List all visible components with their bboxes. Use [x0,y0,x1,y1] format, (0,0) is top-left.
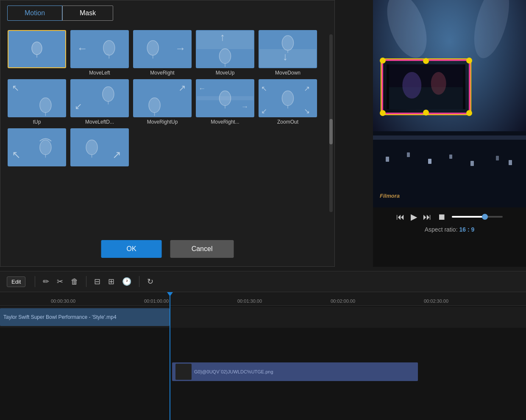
edit-pen-button[interactable]: ✏ [43,277,49,286]
timer-button[interactable]: 🕐 [122,277,131,286]
motion-thumb-moveleftup: ↖ [8,79,66,117]
tick-0130: 00:01:30.00 [237,298,262,304]
svg-text:↑: ↑ [220,31,225,43]
edit-label: Edit [7,276,25,287]
playhead[interactable] [170,292,170,420]
watermark-text: Filmora [380,193,400,199]
cancel-button[interactable]: Cancel [170,240,234,258]
motion-item-12[interactable]: ↗ [70,128,129,168]
overlay-track: G0}@0UQV`02)JUWLDC%UTGE.png [0,362,526,383]
scroll-thumb[interactable] [329,119,333,144]
motion-label-moverightup: MoveRightUp [147,119,178,125]
svg-point-9 [147,41,159,55]
svg-point-44 [282,91,293,106]
svg-rect-64 [496,156,499,160]
timeline-area: 00:00:30.00 00:01:00.00 00:01:30.00 00:0… [0,292,526,420]
svg-text:↙: ↙ [261,107,267,115]
svg-rect-63 [470,161,474,166]
grid-button[interactable]: ⊞ [108,277,114,286]
motion-thumb-moverightup: ↗ [133,79,192,117]
stop-button[interactable]: ⏹ [437,212,446,222]
track-spacer [0,328,526,362]
svg-rect-59 [386,157,389,162]
preview-video: Filmora [373,0,526,207]
svg-point-52 [86,140,97,155]
motion-item-moverightup[interactable]: ↗ MoveRightUp [133,79,192,125]
video-track: Taylor Swift Super Bowl Performance - 'S… [0,307,526,328]
motion-label-moveup: MoveUp [216,70,235,76]
delete-button[interactable]: 🗑 [71,277,78,286]
overlay-clip-label: G0}@0UQV`02)JUWLDC%UTGE.png [194,369,273,374]
svg-text:↖: ↖ [12,149,21,160]
preview-panel: Filmora ⏮ ▶ ⏭ ⏹ Aspect ratio: 16 : 9 [373,0,526,267]
tab-mask[interactable]: Mask [62,6,113,21]
motion-modal: Motion Mask ← [0,0,335,267]
motion-thumb-11: ↖ [8,128,66,166]
progress-fill [452,216,485,218]
crop-button[interactable]: ⊟ [94,277,100,286]
svg-text:↘: ↘ [304,107,310,115]
svg-rect-58 [373,135,526,140]
preview-controls: ⏮ ▶ ⏭ ⏹ [373,207,526,226]
motion-thumb-selected [8,30,66,68]
overlay-clip[interactable]: G0}@0UQV`02)JUWLDC%UTGE.png [172,362,418,381]
motion-item-moveright[interactable]: → MoveRight [133,30,192,76]
motion-label-zoomout: ZoomOut [277,119,298,125]
tab-motion[interactable]: Motion [7,6,62,21]
motion-item-selected[interactable] [7,30,67,76]
modal-actions: OK Cancel [101,240,234,258]
playhead-arrow [167,292,173,296]
svg-point-4 [103,41,115,55]
motion-item-zoomout[interactable]: ↖ ↗ ↙ ↘ ZoomOut [258,79,317,125]
motion-item-moveleft[interactable]: ← ~ MoveLeft [70,30,129,76]
toolbar-sep-2 [86,276,86,287]
step-forward-button[interactable]: ⏭ [423,212,431,222]
motion-label-moveright: MoveRight [150,70,174,76]
svg-text:↗: ↗ [304,84,310,93]
motion-thumb-moveleft: ← ~ [70,30,129,68]
tick-0030: 00:00:30.00 [51,298,75,304]
svg-rect-60 [407,152,410,157]
motion-label-moveleft: MoveLeft [89,70,110,76]
svg-point-23 [40,98,51,113]
tab-bar: Motion Mask [0,0,334,26]
svg-rect-62 [449,155,452,159]
toolbar-sep-1 [35,276,35,287]
video-clip[interactable]: Taylor Swift Super Bowl Performance - 'S… [0,308,170,326]
motion-item-moverightdown[interactable]: ← → MoveRight... [195,79,255,125]
svg-text:~: ~ [107,52,109,56]
progress-bar[interactable] [452,216,503,218]
motion-item-movedown[interactable]: ↓ MoveDown [258,30,317,76]
ok-button[interactable]: OK [101,240,162,258]
svg-point-27 [103,87,114,102]
svg-text:↓: ↓ [282,50,288,62]
svg-rect-65 [509,160,512,165]
aspect-ratio-label: Aspect ratio: 16 : 9 [425,226,475,236]
cut-button[interactable]: ✂ [57,277,63,286]
motion-item-11[interactable]: ↖ [7,128,67,168]
svg-point-37 [219,91,231,106]
toolbar: Edit ✏ ✂ 🗑 ⊟ ⊞ 🕐 ↻ [0,271,526,292]
svg-point-68 [402,72,421,99]
motion-item-moveleftdown[interactable]: ↙ MoveLeftD... [70,79,129,125]
svg-text:↖: ↖ [261,84,267,93]
motion-thumb-moverightdown: ← → [196,79,254,117]
video-track-empty [170,308,526,326]
overlay-thumb [175,364,192,380]
svg-point-14 [219,49,231,64]
motion-thumb-12: ↗ [70,128,129,166]
svg-rect-61 [428,159,431,164]
progress-knob[interactable] [482,214,488,220]
export-button[interactable]: ↻ [147,277,153,286]
motion-thumb-zoomout: ↖ ↗ ↙ ↘ [259,79,317,117]
svg-text:↙: ↙ [75,101,82,111]
svg-text:↗: ↗ [112,149,121,160]
scrollbar[interactable] [329,34,333,212]
motion-item-moveleftup[interactable]: ↖ tUp [7,79,67,125]
frame-overlay [381,59,470,114]
svg-text:←: ← [77,42,88,54]
step-back-button[interactable]: ⏮ [396,212,405,222]
toolbar-sep-3 [139,276,139,287]
play-button[interactable]: ▶ [411,212,417,222]
motion-item-moveup[interactable]: ↑ MoveUp [195,30,255,76]
